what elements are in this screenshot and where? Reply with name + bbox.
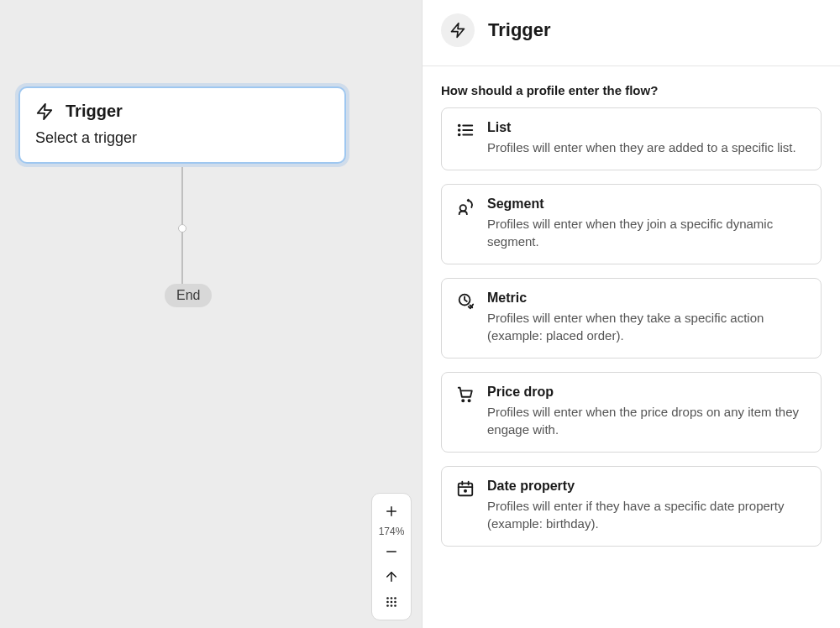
svg-point-13 [394, 604, 396, 607]
date-property-icon [455, 479, 475, 532]
panel-title: Trigger [488, 19, 551, 41]
option-desc: Profiles will enter when the price drops… [487, 403, 807, 438]
option-text: Price drop Profiles will enter when the … [487, 385, 807, 438]
trigger-option-segment[interactable]: Segment Profiles will enter when they jo… [441, 184, 822, 264]
segment-icon [455, 196, 475, 250]
svg-point-8 [386, 601, 389, 604]
grid-handle-button[interactable] [372, 589, 411, 615]
zoom-panel: 174% [371, 493, 412, 620]
fit-view-button[interactable] [372, 564, 411, 589]
trigger-node-header: Trigger [35, 102, 329, 121]
option-title: Segment [487, 196, 807, 212]
zoom-in-button[interactable] [372, 499, 411, 524]
svg-point-6 [391, 597, 393, 599]
zoom-out-button[interactable] [372, 539, 411, 564]
option-title: Date property [487, 479, 807, 494]
flow-canvas[interactable]: Trigger Select a trigger End 174% [0, 0, 422, 628]
option-title: Metric [487, 290, 807, 306]
trigger-option-list[interactable]: List Profiles will enter when they are a… [441, 107, 822, 170]
end-badge: End [165, 284, 212, 307]
svg-point-7 [394, 597, 396, 599]
panel-body: How should a profile enter the flow? Lis… [423, 66, 840, 568]
option-desc: Profiles will enter when they join a spe… [487, 215, 807, 250]
trigger-option-metric[interactable]: Metric Profiles will enter when they tak… [441, 278, 822, 358]
option-desc: Profiles will enter if they have a speci… [487, 497, 807, 532]
price-drop-icon [455, 385, 475, 438]
zoom-level: 174% [379, 524, 405, 539]
panel-header: Trigger [423, 0, 840, 66]
bolt-icon [441, 13, 475, 47]
option-title: List [487, 120, 807, 135]
trigger-node[interactable]: Trigger Select a trigger [18, 86, 346, 164]
svg-marker-0 [38, 103, 52, 118]
trigger-option-price-drop[interactable]: Price drop Profiles will enter when the … [441, 372, 822, 453]
connector-dot[interactable] [178, 224, 186, 233]
trigger-node-subtitle: Select a trigger [35, 129, 329, 147]
list-icon [455, 120, 475, 156]
option-text: List Profiles will enter when they are a… [487, 120, 807, 156]
option-title: Price drop [487, 385, 807, 400]
svg-point-15 [459, 125, 460, 127]
svg-point-12 [391, 604, 393, 607]
option-desc: Profiles will enter when they take a spe… [487, 309, 807, 344]
svg-point-19 [459, 134, 460, 136]
trigger-side-panel: Trigger How should a profile enter the f… [422, 0, 840, 628]
svg-point-24 [468, 400, 470, 401]
panel-question: How should a profile enter the flow? [441, 83, 822, 97]
svg-point-29 [465, 490, 466, 492]
metric-icon [455, 290, 475, 344]
svg-point-5 [386, 597, 389, 599]
trigger-option-date-property[interactable]: Date property Profiles will enter if the… [441, 466, 822, 547]
svg-point-10 [394, 601, 396, 604]
svg-point-23 [462, 400, 464, 401]
svg-point-11 [386, 604, 389, 607]
svg-point-9 [391, 601, 393, 604]
option-text: Metric Profiles will enter when they tak… [487, 290, 807, 344]
option-text: Date property Profiles will enter if the… [487, 479, 807, 532]
bolt-icon [35, 102, 54, 121]
option-desc: Profiles will enter when they are added … [487, 139, 807, 156]
svg-marker-14 [452, 24, 465, 38]
trigger-node-title: Trigger [66, 102, 123, 121]
svg-point-21 [460, 205, 466, 211]
option-text: Segment Profiles will enter when they jo… [487, 196, 807, 250]
svg-point-17 [459, 129, 460, 131]
